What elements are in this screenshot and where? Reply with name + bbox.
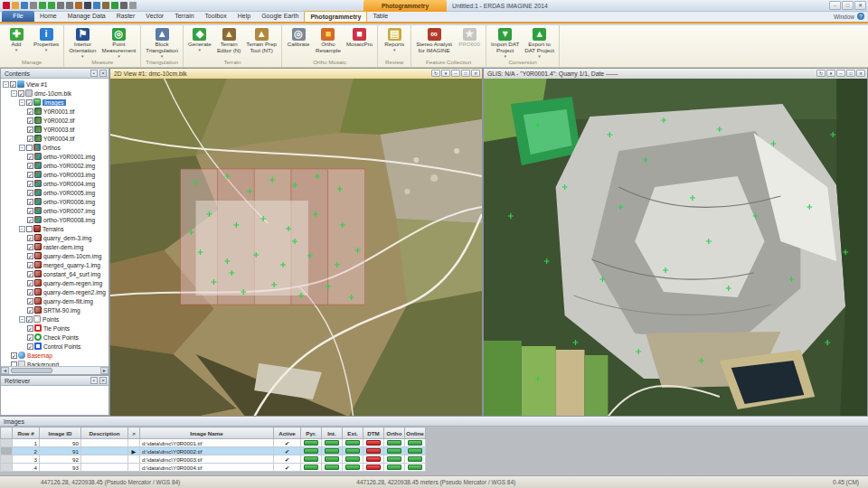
table-cell[interactable]: d:\data\dmc\Y0R0002.tif xyxy=(140,447,274,455)
minimize-icon[interactable]: ─ xyxy=(836,70,845,77)
tab-toolbox[interactable]: Toolbox xyxy=(200,11,232,22)
status-cell-int[interactable] xyxy=(322,455,343,464)
help-icon[interactable]: ? xyxy=(857,13,864,20)
tree-item-terrains[interactable]: −Terrains xyxy=(1,224,108,233)
left-view-title-bar[interactable]: 2D View #1: dmc-10cm.blk ↻ ▾ ─ □ ✕ xyxy=(110,69,482,79)
layer-checkbox[interactable]: ✓ xyxy=(27,117,33,124)
column-header-Description[interactable]: Description xyxy=(81,427,128,439)
open-folder-icon[interactable] xyxy=(12,2,19,9)
table-cell[interactable]: d:\data\dmc\Y0R0003.tif xyxy=(140,455,274,464)
column-header-Ext.[interactable]: Ext. xyxy=(343,427,363,439)
status-cell-ortho[interactable] xyxy=(384,439,405,447)
view-menu-icon[interactable]: ▾ xyxy=(826,70,835,77)
layer-checkbox[interactable]: ✓ xyxy=(27,280,33,286)
table-cell[interactable] xyxy=(81,439,128,447)
layer-checkbox[interactable]: ✓ xyxy=(27,163,33,169)
layer-checkbox[interactable]: ✓ xyxy=(27,325,33,332)
status-cell-ext[interactable] xyxy=(343,464,363,472)
tab-raster[interactable]: Raster xyxy=(111,11,141,22)
measure-tool-icon[interactable] xyxy=(102,2,109,9)
tree-item-constant-64-surf-img[interactable]: ✓constant_64_surf.img xyxy=(1,269,108,278)
layer-checkbox[interactable]: ✓ xyxy=(27,334,33,341)
save-icon[interactable] xyxy=(21,2,28,9)
table-cell[interactable]: ✔ xyxy=(274,455,301,464)
images-table[interactable]: Row #Image IDDescription>Image NameActiv… xyxy=(0,427,426,472)
table-cell[interactable]: ✔ xyxy=(274,464,301,472)
layer-checkbox[interactable]: ✓ xyxy=(11,352,17,359)
layer-checkbox[interactable]: ✓ xyxy=(26,316,33,323)
tab-table[interactable]: Table xyxy=(367,11,393,22)
cut-icon[interactable] xyxy=(57,2,64,9)
erdas-logo-icon[interactable] xyxy=(3,2,10,9)
tree-item-quarry-dem-10cm-img[interactable]: ✓quarry-dem-10cm.img xyxy=(1,251,108,260)
calibrate-button[interactable]: ◎Calibrate xyxy=(285,27,312,49)
status-cell-ext[interactable] xyxy=(343,439,363,447)
tree-item-raster-dem-img[interactable]: ✓raster-dem.img xyxy=(1,242,108,251)
tree-item-ortho-y0r0007-img[interactable]: ✓ortho-Y0R0007.img xyxy=(1,206,108,215)
tab-manage-data[interactable]: Manage Data xyxy=(62,11,111,22)
status-cell-pyr[interactable] xyxy=(301,455,322,464)
table-cell[interactable]: 4 xyxy=(13,464,40,472)
layer-checkbox[interactable]: ✓ xyxy=(27,217,33,223)
restore-icon[interactable]: □ xyxy=(842,1,854,10)
pin-icon[interactable]: ▪ xyxy=(90,377,98,384)
status-cell-ortho[interactable] xyxy=(384,455,405,464)
maximize-icon[interactable]: □ xyxy=(461,70,470,77)
tree-item-ortho-y0r0008-img[interactable]: ✓ortho-Y0R0008.img xyxy=(1,215,108,224)
expand-toggle-icon[interactable]: − xyxy=(19,316,25,323)
tree-item-ortho-y0r0005-img[interactable]: ✓ortho-Y0R0005.img xyxy=(1,188,108,197)
table-cell[interactable]: ✔ xyxy=(274,447,301,455)
column-header->[interactable]: > xyxy=(128,427,140,439)
tree-item-check-points[interactable]: ✓Check Points xyxy=(1,333,108,342)
column-header-Ortho[interactable]: Ortho xyxy=(384,427,405,439)
layer-checkbox[interactable]: ✓ xyxy=(27,208,33,214)
reports-button[interactable]: ▤Reports▾ xyxy=(381,27,408,52)
status-cell-pyr[interactable] xyxy=(301,439,322,447)
paste-icon[interactable] xyxy=(75,2,82,9)
status-cell-int[interactable] xyxy=(322,447,343,455)
layer-checkbox[interactable]: ✓ xyxy=(27,199,33,205)
close-icon[interactable]: ✕ xyxy=(99,377,107,384)
stereo-analyst-for-imagine-button[interactable]: ∞Stereo Analyst for IMAGINE xyxy=(414,27,454,55)
column-header-Active[interactable]: Active xyxy=(274,427,301,439)
tree-item-basemap[interactable]: ✓Basemap xyxy=(1,351,108,360)
layer-checkbox[interactable]: ✓ xyxy=(27,181,33,187)
right-map-canvas[interactable] xyxy=(484,79,867,417)
table-cell[interactable] xyxy=(1,464,13,472)
left-2d-view[interactable]: 2D View #1: dmc-10cm.blk ↻ ▾ ─ □ ✕ xyxy=(109,68,483,416)
tree-item-y0r0003-tif[interactable]: ✓Y0R0003.tif xyxy=(1,125,108,134)
terrain-prep-tool-nt-button[interactable]: ▲Terrain Prep Tool (NT) xyxy=(244,27,278,55)
select-cursor-icon[interactable] xyxy=(84,2,91,9)
layer-checkbox[interactable]: ✓ xyxy=(26,99,33,106)
add-button[interactable]: ✚Add▾ xyxy=(3,27,30,52)
layer-checkbox[interactable]: ✓ xyxy=(27,235,33,241)
table-cell[interactable]: d:\data\dmc\Y0R0004.tif xyxy=(140,464,274,472)
table-cell[interactable]: 93 xyxy=(40,464,81,472)
properties-button[interactable]: iProperties▾ xyxy=(32,27,61,52)
layer-checkbox[interactable]: ✓ xyxy=(27,244,33,250)
tab-file[interactable]: File xyxy=(2,11,34,22)
tree-item-images[interactable]: −✓Images xyxy=(1,98,108,107)
status-cell-online[interactable] xyxy=(405,447,426,455)
tree-item-points[interactable]: −✓Points xyxy=(1,314,108,324)
column-header-Pyr.[interactable]: Pyr. xyxy=(301,427,322,439)
tree-item-srtm-90-img[interactable]: ✓SRTM-90.img xyxy=(1,305,108,314)
tree-item-y0r0001-tif[interactable]: ✓Y0R0001.tif xyxy=(1,107,108,116)
tree-item-view-1[interactable]: −✓View #1 xyxy=(1,80,108,89)
table-cell[interactable] xyxy=(81,455,128,464)
status-cell-ortho[interactable] xyxy=(384,464,405,472)
status-cell-int[interactable] xyxy=(322,439,343,447)
layer-checkbox[interactable]: ✓ xyxy=(27,298,33,305)
maximize-icon[interactable]: □ xyxy=(846,70,855,77)
column-header-Int.[interactable]: Int. xyxy=(322,427,343,439)
tree-item-ortho-y0r0003-img[interactable]: ✓ortho-Y0R0003.img xyxy=(1,170,108,179)
layer-checkbox[interactable]: ✓ xyxy=(27,136,33,142)
tree-item-dmc-10cm-blk[interactable]: −✓dmc-10cm.blk xyxy=(1,89,108,98)
expand-toggle-icon[interactable]: − xyxy=(3,81,9,88)
status-cell-pyr[interactable] xyxy=(301,447,322,455)
table-cell[interactable] xyxy=(128,455,140,464)
layer-checkbox[interactable] xyxy=(26,145,33,151)
table-cell[interactable]: 1 xyxy=(13,439,40,447)
status-cell-int[interactable] xyxy=(322,464,343,472)
table-row[interactable]: 291▶d:\data\dmc\Y0R0002.tif✔ xyxy=(1,447,426,455)
